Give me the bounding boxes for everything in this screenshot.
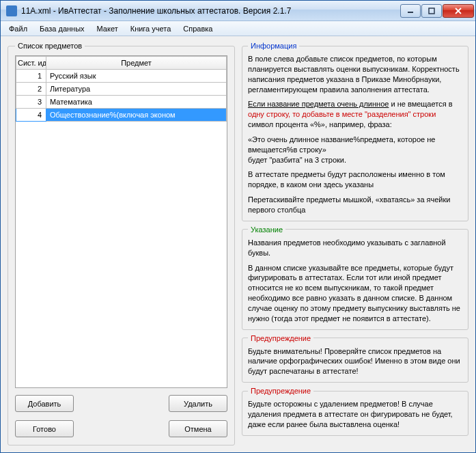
warning1-group: Предупреждение Будьте внимательны! Прове… xyxy=(242,334,468,383)
warning-text: Будьте внимательны! Проверяйте список пр… xyxy=(248,346,462,377)
table-row[interactable]: 3 Математика xyxy=(16,96,227,109)
warning1-body: Будьте внимательны! Проверяйте список пр… xyxy=(248,346,462,377)
menu-database[interactable]: База данных xyxy=(34,23,90,35)
cell-name[interactable]: Обществознание%(включая эконом xyxy=(46,109,227,122)
titlebar[interactable]: 11A.xml - ИвАттестат - Заполнение школьн… xyxy=(1,1,475,21)
maximize-button[interactable] xyxy=(421,4,442,18)
table-row-selected[interactable]: 4 Обществознание%(включая эконом xyxy=(16,109,227,122)
menu-layout[interactable]: Макет xyxy=(92,23,124,35)
app-icon xyxy=(6,5,17,16)
warning1-legend: Предупреждение xyxy=(248,334,313,342)
subjects-table[interactable]: Сист. идент. Предмет 1 Русский язык 2 xyxy=(16,56,227,122)
warning2-group: Предупреждение Будьте осторожны с удален… xyxy=(242,387,468,436)
col-header-id[interactable]: Сист. идент. xyxy=(16,57,46,70)
cancel-button[interactable]: Отмена xyxy=(169,420,227,437)
info-text: В аттестате предметы будут расположены и… xyxy=(248,169,462,190)
delete-button[interactable]: Удалить xyxy=(169,395,227,412)
info-text: Перетаскивайте предметы мышкой, «хватаяс… xyxy=(248,195,462,215)
info-group: Информация В поле слева добавьте список … xyxy=(242,42,468,221)
add-button[interactable]: Добавить xyxy=(15,395,74,412)
app-window: 11A.xml - ИвАттестат - Заполнение школьн… xyxy=(0,0,476,453)
cell-name[interactable]: Математика xyxy=(46,96,227,109)
note-legend: Указание xyxy=(248,225,285,234)
table-row[interactable]: 2 Литература xyxy=(16,83,227,96)
note-body: Названия предметов необходимо указывать … xyxy=(248,238,462,324)
svg-rect-1 xyxy=(429,8,434,14)
cell-name[interactable]: Литература xyxy=(46,83,227,96)
info-text: Если название предмета очень длинное и н… xyxy=(248,99,462,130)
cell-id[interactable]: 2 xyxy=(16,83,46,96)
subjects-legend: Список предметов xyxy=(15,42,85,50)
cell-id[interactable]: 1 xyxy=(16,70,46,83)
note-text: В данном списке указывайте все предметы,… xyxy=(248,263,462,324)
client-area: Список предметов Сист. идент. Предмет 1 xyxy=(1,36,475,452)
menu-help[interactable]: Справка xyxy=(178,23,218,35)
menu-book[interactable]: Книга учета xyxy=(125,23,177,35)
warning2-body: Будьте осторожны с удалением предметов! … xyxy=(248,399,462,430)
subjects-table-wrap: Сист. идент. Предмет 1 Русский язык 2 xyxy=(15,55,227,388)
menu-file[interactable]: Файл xyxy=(3,23,33,35)
info-text: «Это очень длинное название%предмета, ко… xyxy=(248,135,462,155)
info-text: В поле слева добавьте список предметов, … xyxy=(248,54,462,94)
note-group: Указание Названия предметов необходимо у… xyxy=(242,225,468,330)
ok-button[interactable]: Готово xyxy=(15,420,74,437)
warning-text: Будьте осторожны с удалением предметов! … xyxy=(248,399,462,430)
close-button[interactable] xyxy=(443,4,474,18)
info-text: будет "разбита" на 3 строки. xyxy=(248,155,462,165)
cell-name[interactable]: Русский язык xyxy=(46,70,227,83)
menubar: Файл База данных Макет Книга учета Справ… xyxy=(1,21,475,36)
window-title: 11A.xml - ИвАттестат - Заполнение школьн… xyxy=(21,6,400,16)
col-header-name[interactable]: Предмет xyxy=(46,57,227,70)
cell-id[interactable]: 3 xyxy=(16,96,46,109)
minimize-button[interactable] xyxy=(400,4,421,18)
note-text: Названия предметов необходимо указывать … xyxy=(248,238,462,258)
subjects-group: Список предметов Сист. идент. Предмет 1 xyxy=(8,42,235,445)
info-body: В поле слева добавьте список предметов, … xyxy=(248,54,462,215)
cell-id[interactable]: 4 xyxy=(16,109,46,122)
table-row[interactable]: 1 Русский язык xyxy=(16,70,227,83)
warning2-legend: Предупреждение xyxy=(248,387,313,395)
info-legend: Информация xyxy=(248,42,299,50)
